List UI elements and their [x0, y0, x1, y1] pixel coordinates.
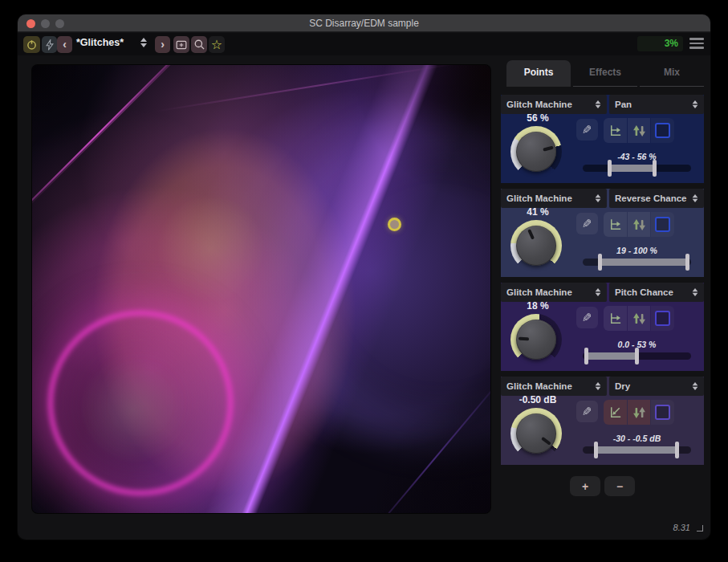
ramp-mode-button[interactable] [604, 118, 627, 143]
source-select[interactable]: Glitch Machine [501, 377, 607, 396]
slider-fill [610, 165, 654, 172]
toggle-square-icon [655, 405, 670, 420]
range-label: -43 - 56 % [580, 152, 694, 161]
ramp-right-icon [608, 311, 623, 326]
knob-value: 56 % [504, 112, 571, 124]
toggle-button[interactable] [651, 212, 674, 237]
source-select[interactable]: Glitch Machine [501, 283, 607, 302]
desktop: SC Disarray/EDM sample ‹ *Glitches* [0, 0, 728, 562]
bolt-button[interactable] [42, 36, 57, 53]
preset-name[interactable]: *Glitches* [76, 37, 140, 48]
point-module: Glitch Machine Pan 56 % ✎ [501, 95, 704, 183]
previous-preset-button[interactable]: ‹ [57, 36, 72, 53]
favorite-button[interactable]: ☆ [209, 36, 225, 53]
add-point-button[interactable]: + [570, 476, 600, 496]
slider-handle-max[interactable] [685, 254, 689, 271]
slider-handle-max[interactable] [675, 442, 679, 458]
pencil-icon: ✎ [582, 405, 592, 417]
edit-curve-button[interactable]: ✎ [576, 307, 598, 328]
point-module: Glitch Machine Reverse Chance 41 % [501, 189, 704, 277]
select-arrows-icon [596, 194, 601, 202]
star-icon: ☆ [211, 39, 222, 51]
cpu-meter: 3% [637, 36, 683, 51]
knob[interactable] [510, 220, 562, 271]
slider-handle-max[interactable] [635, 348, 639, 364]
parameter-select[interactable]: Dry [609, 377, 704, 396]
next-preset-button[interactable]: › [155, 36, 170, 53]
toggle-button[interactable] [651, 400, 674, 425]
folder-plus-icon [175, 39, 188, 51]
ramp-mode-button[interactable] [604, 306, 627, 331]
slider-handle-min[interactable] [594, 442, 598, 458]
tab-effects[interactable]: Effects [573, 60, 637, 87]
slider-handle-min[interactable] [584, 348, 588, 364]
source-select[interactable]: Glitch Machine [501, 95, 607, 114]
xy-pad[interactable] [32, 65, 490, 513]
edit-curve-button[interactable]: ✎ [576, 213, 598, 234]
direction-button[interactable] [628, 306, 650, 331]
range-slider[interactable] [583, 352, 691, 360]
slider-handle-min[interactable] [598, 254, 602, 271]
select-arrows-icon [596, 288, 601, 296]
toggle-square-icon [655, 217, 670, 232]
range-slider[interactable] [583, 446, 691, 454]
slider-handle-min[interactable] [608, 160, 612, 177]
edit-curve-button[interactable]: ✎ [576, 401, 598, 422]
tab-mix[interactable]: Mix [640, 60, 704, 87]
parameter-select-label: Pan [615, 100, 692, 109]
source-select-label: Glitch Machine [506, 287, 595, 297]
toggle-button[interactable] [651, 306, 674, 331]
parameter-select-label: Pitch Chance [615, 287, 692, 297]
parameter-select-label: Dry [615, 381, 692, 391]
search-presets-button[interactable] [191, 36, 207, 53]
remove-point-button[interactable]: − [604, 476, 635, 496]
chevron-right-icon: › [161, 39, 165, 50]
parameter-select[interactable]: Reverse Chance [609, 189, 704, 208]
range-slider[interactable] [583, 165, 691, 172]
preset-select-arrows-icon[interactable] [140, 38, 147, 47]
toggle-square-icon [655, 123, 670, 138]
knob-value: 41 % [504, 206, 571, 218]
resize-handle-icon[interactable] [697, 525, 703, 531]
knob[interactable] [510, 314, 562, 365]
pencil-icon: ✎ [582, 124, 592, 136]
slider-handle-max[interactable] [653, 160, 657, 177]
lightning-icon [45, 39, 55, 51]
direction-button[interactable] [628, 212, 650, 237]
range-label: 19 - 100 % [580, 246, 694, 255]
save-preset-button[interactable] [173, 36, 189, 53]
parameter-select-label: Reverse Chance [615, 193, 692, 203]
slider-fill [596, 446, 677, 454]
toggle-square-icon [655, 311, 670, 326]
knob-body [516, 413, 556, 454]
knob[interactable] [510, 408, 562, 459]
ramp-mode-button[interactable] [604, 400, 627, 425]
titlebar[interactable]: SC Disarray/EDM sample [18, 14, 710, 32]
tab-bar: Points Effects Mix [506, 60, 704, 87]
power-button[interactable] [23, 36, 40, 53]
tab-points[interactable]: Points [506, 60, 571, 87]
ramp-down-icon [608, 405, 623, 420]
ramp-mode-button[interactable] [604, 212, 627, 237]
plugin-window: SC Disarray/EDM sample ‹ *Glitches* [18, 14, 710, 540]
down-up-arrows-icon [632, 405, 647, 420]
point-module: Glitch Machine Dry -0.50 dB ✎ [501, 377, 704, 465]
point-module: Glitch Machine Pitch Chance 18 % [501, 283, 704, 371]
source-select[interactable]: Glitch Machine [501, 189, 607, 208]
range-slider[interactable] [583, 259, 691, 266]
select-arrows-icon [693, 382, 698, 390]
toggle-button[interactable] [651, 118, 674, 143]
direction-button[interactable] [628, 118, 650, 143]
direction-button[interactable] [628, 400, 650, 425]
parameter-select[interactable]: Pan [609, 95, 704, 114]
knob[interactable] [510, 126, 562, 177]
parameter-select[interactable]: Pitch Chance [609, 283, 704, 302]
knob-value: -0.50 dB [504, 394, 571, 405]
xy-pad-visual [32, 65, 490, 513]
select-arrows-icon [693, 194, 698, 202]
source-select-label: Glitch Machine [506, 100, 595, 109]
toolbar: ‹ *Glitches* › ☆ [18, 33, 710, 55]
slider-fill [586, 352, 636, 360]
menu-button[interactable] [689, 38, 704, 49]
edit-curve-button[interactable]: ✎ [576, 119, 598, 140]
